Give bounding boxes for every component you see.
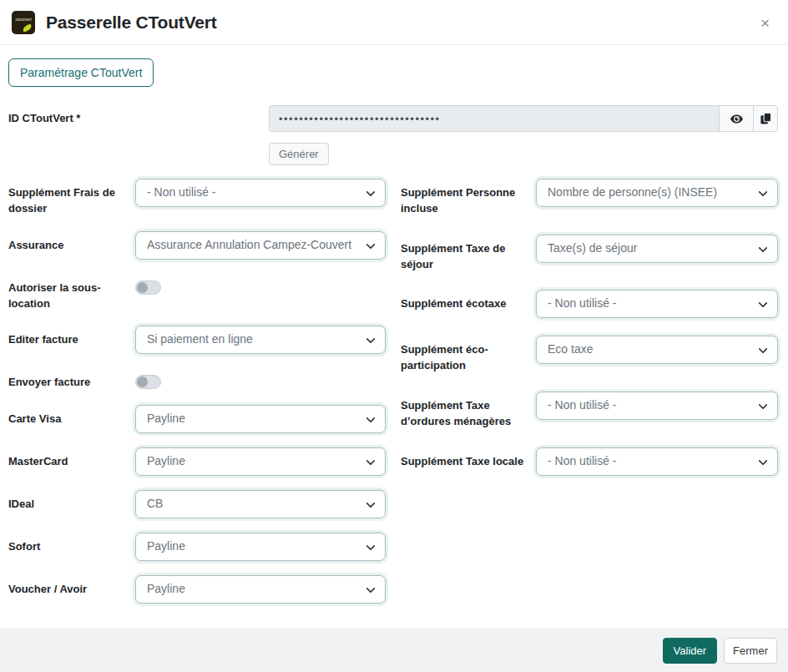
taxe-sejour-select[interactable]: Taxe(s) de séjour xyxy=(536,235,778,263)
field-row: Supplément Taxe d’ordures ménagères - No… xyxy=(401,392,778,430)
field-row: Assurance Assurance Annulation Campez-Co… xyxy=(8,231,386,260)
editer-facture-label: Editer facture xyxy=(8,326,135,348)
field-row: Supplément Personne incluse Nombre de pe… xyxy=(401,179,778,217)
sofort-select[interactable]: Payline xyxy=(135,533,386,561)
copy-button[interactable] xyxy=(753,105,778,132)
toggle-knob xyxy=(137,376,148,387)
right-column: Supplément Personne incluse Nombre de pe… xyxy=(401,179,778,618)
sous-location-label: Autoriser la sous-location xyxy=(8,274,135,312)
id-input-group xyxy=(269,105,778,132)
field-row: Envoyer facture xyxy=(8,368,386,391)
field-row: Supplément Frais de dossier - Non utilis… xyxy=(8,179,386,217)
ideal-select[interactable]: CB xyxy=(135,490,386,518)
close-icon[interactable]: × xyxy=(755,13,775,33)
sofort-label: Sofort xyxy=(8,533,135,555)
field-row: IDeal CB xyxy=(8,490,386,518)
id-ctoutvert-label: ID CToutVert * xyxy=(8,105,269,124)
frais-dossier-select[interactable]: - Non utilisé - xyxy=(135,179,386,207)
ecotaxe-select[interactable]: - Non utilisé - xyxy=(536,290,778,318)
carte-visa-select[interactable]: Payline xyxy=(135,405,386,433)
sous-location-toggle[interactable] xyxy=(135,280,161,295)
modal-body: Paramétrage CToutVert ID CToutVert * xyxy=(0,45,788,629)
eco-participation-select[interactable]: Eco taxe xyxy=(536,336,778,364)
assurance-select[interactable]: Assurance Annulation Campez-Couvert xyxy=(135,231,386,260)
mastercard-label: MasterCard xyxy=(8,447,135,470)
left-column: Supplément Frais de dossier - Non utilis… xyxy=(8,179,386,618)
carte-visa-label: Carte Visa xyxy=(8,405,135,427)
editer-facture-select[interactable]: Si paiement en ligne xyxy=(135,326,386,354)
field-row: Supplément Taxe locale - Non utilisé - xyxy=(401,447,778,476)
fermer-button[interactable]: Fermer xyxy=(724,638,777,664)
leaf-shape xyxy=(22,23,33,32)
ordures-menageres-select[interactable]: - Non utilisé - xyxy=(536,392,778,420)
field-row: Supplément écotaxe - Non utilisé - xyxy=(401,290,778,318)
ecotaxe-label: Supplément écotaxe xyxy=(401,290,536,312)
id-ctoutvert-input[interactable] xyxy=(269,105,720,132)
copy-icon xyxy=(760,112,772,125)
tab-parametrage-ctoutvert[interactable]: Paramétrage CToutVert xyxy=(8,58,154,87)
voucher-avoir-select[interactable]: Payline xyxy=(135,575,386,604)
toggle-knob xyxy=(137,282,148,293)
form-columns: Supplément Frais de dossier - Non utilis… xyxy=(8,179,778,618)
ideal-label: IDeal xyxy=(8,490,135,513)
passerelle-modal: ctoutvert Passerelle CToutVert × Paramét… xyxy=(0,0,788,672)
field-row: Supplément éco-participation Eco taxe xyxy=(401,336,778,374)
field-row: Sofort Payline xyxy=(8,533,386,561)
field-row: Autoriser la sous-location xyxy=(8,274,386,312)
generer-button[interactable]: Générer xyxy=(269,143,329,165)
voucher-avoir-label: Voucher / Avoir xyxy=(8,575,135,598)
show-password-button[interactable] xyxy=(719,105,754,132)
field-row: Editer facture Si paiement en ligne xyxy=(8,326,386,354)
taxe-locale-label: Supplément Taxe locale xyxy=(401,447,536,470)
field-row: Supplément Taxe de séjour Taxe(s) de séj… xyxy=(401,235,778,273)
ctoutvert-logo-icon: ctoutvert xyxy=(12,11,35,34)
field-row: MasterCard Payline xyxy=(8,447,386,476)
modal-title: Passerelle CToutVert xyxy=(46,13,217,33)
field-row: Voucher / Avoir Payline xyxy=(8,575,386,604)
mastercard-select[interactable]: Payline xyxy=(135,447,386,476)
frais-dossier-label: Supplément Frais de dossier xyxy=(8,179,135,217)
id-ctoutvert-row: ID CToutVert * xyxy=(8,105,778,165)
modal-header: ctoutvert Passerelle CToutVert × xyxy=(0,0,788,45)
eco-participation-label: Supplément éco-participation xyxy=(401,336,536,374)
valider-button[interactable]: Valider xyxy=(663,638,718,664)
personne-incluse-label: Supplément Personne incluse xyxy=(401,179,536,217)
modal-footer: Valider Fermer xyxy=(0,629,788,672)
ordures-menageres-label: Supplément Taxe d’ordures ménagères xyxy=(401,392,536,430)
field-row: Carte Visa Payline xyxy=(8,405,386,433)
envoyer-facture-label: Envoyer facture xyxy=(8,368,135,391)
personne-incluse-select[interactable]: Nombre de personne(s) (INSEE) xyxy=(536,179,778,207)
assurance-label: Assurance xyxy=(8,231,135,254)
taxe-locale-select[interactable]: - Non utilisé - xyxy=(536,447,778,476)
taxe-sejour-label: Supplément Taxe de séjour xyxy=(401,235,536,273)
eye-icon xyxy=(730,112,744,126)
envoyer-facture-toggle[interactable] xyxy=(135,375,161,389)
logo-text: ctoutvert xyxy=(12,17,35,22)
